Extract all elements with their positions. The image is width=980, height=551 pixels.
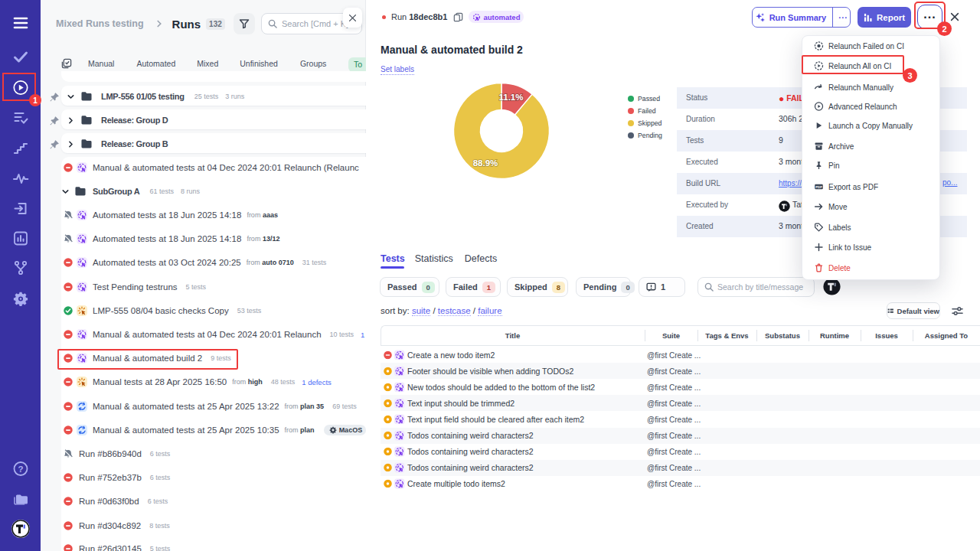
svg-text:PDF: PDF (815, 185, 822, 189)
svg-text:?: ? (18, 465, 23, 474)
svg-text:88.9%: 88.9% (473, 158, 498, 168)
svg-text:11.1%: 11.1% (499, 93, 524, 102)
